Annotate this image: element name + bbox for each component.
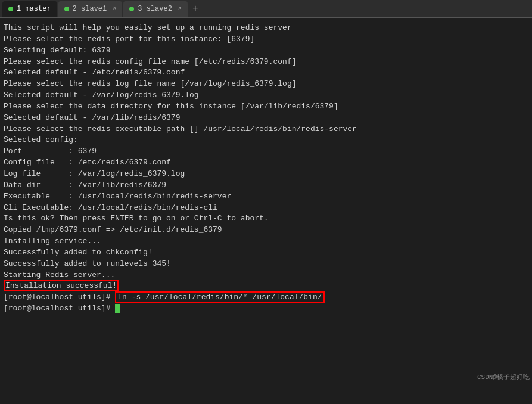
- watermark: CSDN@橘子超好吃: [477, 373, 530, 383]
- terminal-line-18: Is this ok? Then press ENTER to go on or…: [4, 213, 528, 225]
- installation-line: Installation successful!: [4, 281, 528, 292]
- tab-master[interactable]: 1 master: [2, 1, 57, 17]
- tab-dot-master: [8, 7, 13, 11]
- terminal-line-8: Please select the data directory for thi…: [4, 101, 528, 113]
- terminal-line-23: Starting Redis server...: [4, 270, 528, 281]
- command-line-1: [root@localhost utils]# ln -s /usr/local…: [4, 292, 528, 303]
- command1-text: ln -s /usr/local/redis/bin/* /usr/local/…: [115, 291, 324, 303]
- terminal-line-12: Port : 6379: [4, 146, 528, 157]
- terminal-window: 1 master 2 slave1 × 3 slave2 × + This sc…: [0, 0, 532, 404]
- terminal-line-20: Installing service...: [4, 236, 528, 247]
- tab-label-master: 1 master: [17, 5, 51, 13]
- terminal-line-7: Selected default - /var/log/redis_6379.l…: [4, 90, 528, 101]
- tab-dot-slave2: [129, 7, 134, 11]
- terminal-line-10: Please select the redis executable path …: [4, 124, 528, 135]
- terminal-line-4: Please select the redis config file name…: [4, 57, 528, 68]
- prompt-2: [root@localhost utils]#: [4, 304, 115, 313]
- terminal-line-21: Successfully added to chkconfig!: [4, 247, 528, 259]
- tab-dot-slave1: [64, 7, 69, 11]
- tab-label-slave2: 3 slave2: [138, 5, 172, 13]
- tab-bar: 1 master 2 slave1 × 3 slave2 × +: [0, 0, 532, 18]
- terminal-line-6: Please select the redis log file name [/…: [4, 79, 528, 90]
- command-line-2: [root@localhost utils]#: [4, 303, 528, 315]
- terminal-line-2: Please select the redis port for this in…: [4, 34, 528, 45]
- tab-label-slave1: 2 slave1: [73, 5, 107, 13]
- tab-close-slave2[interactable]: ×: [178, 5, 182, 12]
- terminal-line-17: Cli Executable: /usr/local/redis/bin/red…: [4, 203, 528, 214]
- terminal-line-16: Executable : /usr/local/redis/bin/redis-…: [4, 191, 528, 203]
- terminal-line-22: Successfully added to runlevels 345!: [4, 259, 528, 270]
- tab-slave1[interactable]: 2 slave1 ×: [58, 1, 123, 17]
- terminal-line-9: Selected default - /var/lib/redis/6379: [4, 113, 528, 124]
- terminal-line-15: Data dir : /var/lib/redis/6379: [4, 180, 528, 191]
- add-tab-button[interactable]: +: [189, 2, 202, 15]
- terminal-cursor: [115, 304, 120, 313]
- terminal-line-19: Copied /tmp/6379.conf => /etc/init.d/red…: [4, 225, 528, 236]
- terminal-line-0: This script will help you easily set up …: [4, 23, 528, 34]
- terminal-line-5: Selected default - /etc/redis/6379.conf: [4, 67, 528, 79]
- terminal-line-11: Selected config:: [4, 135, 528, 146]
- tab-slave2[interactable]: 3 slave2 ×: [123, 1, 188, 17]
- terminal-line-13: Config file : /etc/redis/6379.conf: [4, 157, 528, 169]
- tab-close-slave1[interactable]: ×: [113, 5, 116, 12]
- terminal-line-3: Selecting default: 6379: [4, 45, 528, 57]
- prompt-1: [root@localhost utils]#: [4, 293, 115, 302]
- terminal-line-14: Log file : /var/log/redis_6379.log: [4, 169, 528, 180]
- terminal-content: This script will help you easily set up …: [0, 18, 532, 404]
- installation-success-text: Installation successful!: [4, 280, 119, 291]
